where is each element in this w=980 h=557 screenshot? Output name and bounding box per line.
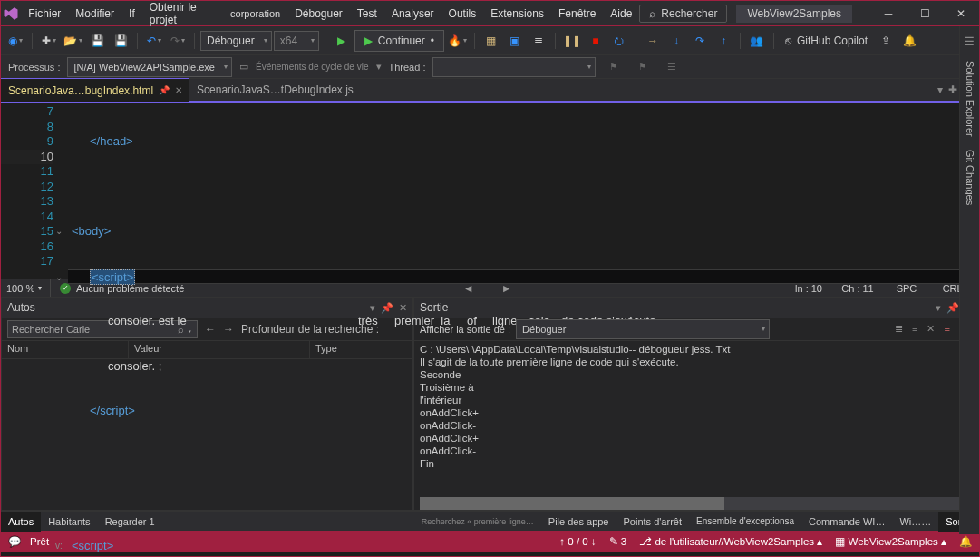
new-item-button[interactable]: ✚ bbox=[38, 30, 60, 52]
toolbox-btn3[interactable]: ≣ bbox=[528, 30, 549, 52]
continue-button[interactable]: ▶ Continuer • bbox=[354, 30, 444, 52]
play-button[interactable]: ▶ bbox=[331, 30, 353, 52]
line-gutter: 7 8 9 10 11 12 13 14 15 16 17 bbox=[1, 103, 68, 278]
vs-logo bbox=[1, 5, 21, 22]
step-out-button[interactable]: ↑ bbox=[713, 30, 734, 52]
flag-icon[interactable]: ⚑ bbox=[603, 56, 625, 78]
output-hscroll[interactable] bbox=[420, 497, 973, 510]
output-source-combo[interactable]: Déboguer bbox=[516, 319, 770, 339]
open-file-button[interactable]: 📂 bbox=[62, 30, 84, 52]
menu-test[interactable]: Test bbox=[350, 1, 384, 26]
menu-extensions[interactable]: Extensions bbox=[483, 1, 551, 26]
restart-button[interactable]: ⭮ bbox=[608, 30, 630, 52]
file-tab-inactive[interactable]: ScenarioJavaS…tDebugIndex.js bbox=[189, 78, 361, 102]
rail-solution-explorer[interactable]: Solution Explorer bbox=[965, 61, 975, 137]
main-toolbar: ◉ ✚ 📂 💾 💾 ↶ ↷ Déboguer x64 ▶ ▶ Continuer… bbox=[1, 26, 979, 55]
file-tab-active-label: ScenarioJava…bugIndex.html bbox=[8, 84, 153, 97]
menu-window[interactable]: Fenêtre bbox=[551, 1, 603, 26]
status-feedback-icon[interactable]: 💬 bbox=[8, 535, 21, 548]
save-all-button[interactable]: 💾 bbox=[110, 30, 131, 52]
menu-if[interactable]: If bbox=[121, 1, 142, 26]
close-icon[interactable]: ✕ bbox=[175, 85, 182, 95]
lifecycle-icon[interactable]: ▭ bbox=[239, 61, 248, 73]
process-combo[interactable]: [N/A] WebView2APISample.exe bbox=[67, 57, 232, 77]
copilot-button[interactable]: ⎋ GitHub Copilot bbox=[780, 30, 873, 52]
window-minimize[interactable]: ─ bbox=[870, 1, 907, 26]
file-tab-inactive-label: ScenarioJavaS…tDebugIndex.js bbox=[197, 83, 354, 96]
file-tab-active[interactable]: ScenarioJava…bugIndex.html 📌 ✕ bbox=[1, 78, 189, 102]
editor-tabbar: ScenarioJava…bugIndex.html 📌 ✕ ScenarioJ… bbox=[1, 79, 979, 103]
menu-help[interactable]: Aide bbox=[603, 1, 639, 26]
search-icon: ⌕ bbox=[649, 7, 655, 20]
window-close[interactable]: ✕ bbox=[943, 1, 979, 26]
title-search-label: Rechercher bbox=[661, 7, 717, 20]
rail-icon[interactable]: ☰ bbox=[965, 35, 975, 48]
toolbox-btn1[interactable]: ▦ bbox=[480, 30, 502, 52]
titlebar: Fichier Modifier If Obtenir le projet co… bbox=[1, 1, 979, 26]
window-maximize[interactable]: ☐ bbox=[907, 1, 943, 26]
menu-tools[interactable]: Outils bbox=[441, 1, 484, 26]
btab-autos[interactable]: Autos bbox=[1, 512, 41, 532]
menu-debug[interactable]: Déboguer bbox=[287, 1, 350, 26]
save-button[interactable]: 💾 bbox=[86, 30, 108, 52]
redo-button[interactable]: ↷ bbox=[167, 30, 189, 52]
nav-back-button[interactable]: ◉ bbox=[5, 30, 26, 52]
menu-edit[interactable]: Modifier bbox=[68, 1, 121, 26]
thread-label: Thread : bbox=[389, 62, 426, 73]
process-label: Processus : bbox=[8, 62, 60, 73]
menu-get-project[interactable]: Obtenir le projet bbox=[142, 1, 223, 26]
play-icon: ▶ bbox=[364, 34, 373, 47]
menu-file[interactable]: Fichier bbox=[21, 1, 68, 26]
hot-reload-button[interactable]: 🔥 bbox=[446, 30, 469, 52]
continue-label: Continuer bbox=[378, 34, 425, 47]
code-area[interactable]: </head> ⌄<body> ⌄<script> consoler. est … bbox=[68, 103, 963, 278]
code-editor[interactable]: 7 8 9 10 11 12 13 14 15 16 17 </head> ⌄<… bbox=[1, 103, 979, 278]
notify-button[interactable]: 🔔 bbox=[898, 30, 920, 52]
config-combo[interactable]: Déboguer bbox=[200, 31, 272, 51]
undo-button[interactable]: ↶ bbox=[143, 30, 165, 52]
menu-analyze[interactable]: Analyser bbox=[384, 1, 441, 26]
live-share-button[interactable]: 👥 bbox=[746, 30, 768, 52]
show-next-button[interactable]: → bbox=[642, 30, 664, 52]
status-ready: Prêt bbox=[30, 536, 49, 547]
menu-corporation[interactable]: corporation bbox=[223, 1, 287, 26]
solution-name[interactable]: WebView2Samples bbox=[736, 5, 852, 23]
toolbox-btn2[interactable]: ▣ bbox=[504, 30, 526, 52]
step-into-button[interactable]: ↓ bbox=[665, 30, 687, 52]
title-search[interactable]: ⌕ Rechercher bbox=[639, 5, 727, 23]
tab-add-button[interactable]: ✚ bbox=[948, 83, 957, 96]
autos-title: Autos bbox=[7, 301, 35, 314]
pause-button[interactable]: ❚❚ bbox=[561, 30, 583, 52]
copilot-label: GitHub Copilot bbox=[797, 34, 868, 47]
right-rail: ☰ Solution Explorer Git Changes bbox=[959, 26, 979, 534]
rail-git-changes[interactable]: Git Changes bbox=[965, 150, 975, 205]
tab-overflow-button[interactable]: ▾ bbox=[937, 83, 943, 96]
lifecycle-label: Événements de cycle de vie bbox=[256, 62, 369, 72]
pin-icon[interactable]: 📌 bbox=[159, 85, 170, 95]
flag2-icon[interactable]: ⚑ bbox=[632, 56, 654, 78]
platform-combo[interactable]: x64 bbox=[274, 31, 319, 51]
share-button[interactable]: ⇪ bbox=[875, 30, 897, 52]
stop-button[interactable]: ■ bbox=[585, 30, 606, 52]
debug-process-bar: Processus : [N/A] WebView2APISample.exe … bbox=[1, 55, 979, 79]
zoom-combo[interactable]: 100 %▾ bbox=[1, 283, 50, 294]
copilot-icon: ⎋ bbox=[785, 34, 791, 47]
thread-combo[interactable] bbox=[432, 57, 596, 77]
stack-icon[interactable]: ☰ bbox=[661, 56, 683, 78]
step-over-button[interactable]: ↷ bbox=[689, 30, 711, 52]
